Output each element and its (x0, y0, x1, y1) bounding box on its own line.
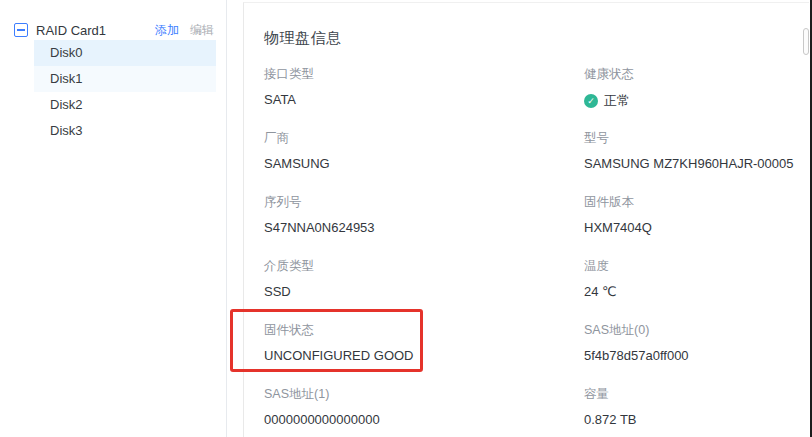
field-capacity: 容量 0.872 TB (584, 386, 810, 437)
field-label: 固件版本 (584, 194, 810, 211)
sidebar: RAID Card1 添加 编辑 Disk0 Disk1 Disk2 Disk3 (0, 0, 227, 437)
field-value: HXM7404Q (584, 220, 810, 235)
field-label: 接口类型 (264, 66, 584, 83)
sidebar-item-disk3[interactable]: Disk3 (34, 118, 216, 144)
field-grid: 接口类型 SATA 健康状态 ✓ 正常 厂商 SAMSUNG 型号 SAMSUN… (264, 66, 810, 437)
field-health-status: 健康状态 ✓ 正常 (584, 66, 810, 130)
field-value: SAMSUNG MZ7KH960HAJR-00005 (584, 156, 810, 171)
field-media-type: 介质类型 SSD (264, 258, 584, 322)
field-label: 介质类型 (264, 258, 584, 275)
field-label: 容量 (584, 386, 810, 403)
field-label: 健康状态 (584, 66, 810, 83)
field-value: 24 ℃ (584, 284, 810, 299)
field-value: SSD (264, 284, 584, 299)
field-value: S47NNA0N624953 (264, 220, 584, 235)
field-model: 型号 SAMSUNG MZ7KH960HAJR-00005 (584, 130, 810, 194)
sidebar-item-disk0[interactable]: Disk0 (34, 40, 216, 66)
field-label: SAS地址(0) (584, 322, 810, 339)
page-title: 物理盘信息 (264, 29, 342, 48)
field-serial-number: 序列号 S47NNA0N624953 (264, 194, 584, 258)
field-sas-address-0: SAS地址(0) 5f4b78d57a0ff000 (584, 322, 810, 386)
field-value: 0.872 TB (584, 412, 810, 427)
field-label: 固件状态 (264, 322, 584, 339)
field-temperature: 温度 24 ℃ (584, 258, 810, 322)
check-circle-icon: ✓ (584, 94, 598, 108)
field-firmware-version: 固件版本 HXM7404Q (584, 194, 810, 258)
field-label: 温度 (584, 258, 810, 275)
field-firmware-state: 固件状态 UNCONFIGURED GOOD (264, 322, 584, 386)
field-value: 5f4b78d57a0ff000 (584, 348, 810, 363)
field-value: ✓ 正常 (584, 92, 810, 110)
field-label: 型号 (584, 130, 810, 147)
sidebar-item-disk2[interactable]: Disk2 (34, 92, 216, 118)
field-value: SAMSUNG (264, 156, 584, 171)
scrollbar-thumb[interactable] (803, 28, 809, 55)
tree-root-label[interactable]: RAID Card1 (36, 23, 155, 38)
tree-root-row: RAID Card1 添加 编辑 (14, 21, 214, 39)
edit-link[interactable]: 编辑 (190, 22, 214, 39)
field-value: 0000000000000000 (264, 412, 584, 427)
health-status-text: 正常 (604, 92, 630, 110)
physical-disk-panel: 物理盘信息 接口类型 SATA 健康状态 ✓ 正常 厂商 SAMSUNG 型号 … (243, 2, 809, 437)
collapse-minus-icon[interactable] (14, 23, 28, 37)
field-label: 厂商 (264, 130, 584, 147)
field-vendor: 厂商 SAMSUNG (264, 130, 584, 194)
field-value: UNCONFIGURED GOOD (264, 348, 584, 363)
field-value: SATA (264, 92, 584, 107)
sidebar-item-disk1[interactable]: Disk1 (34, 66, 216, 92)
page: RAID Card1 添加 编辑 Disk0 Disk1 Disk2 Disk3… (0, 0, 812, 437)
field-label: SAS地址(1) (264, 386, 584, 403)
field-interface-type: 接口类型 SATA (264, 66, 584, 130)
disk-list: Disk0 Disk1 Disk2 Disk3 (34, 40, 216, 144)
add-link[interactable]: 添加 (155, 22, 179, 39)
field-sas-address-1: SAS地址(1) 0000000000000000 (264, 386, 584, 437)
field-label: 序列号 (264, 194, 584, 211)
